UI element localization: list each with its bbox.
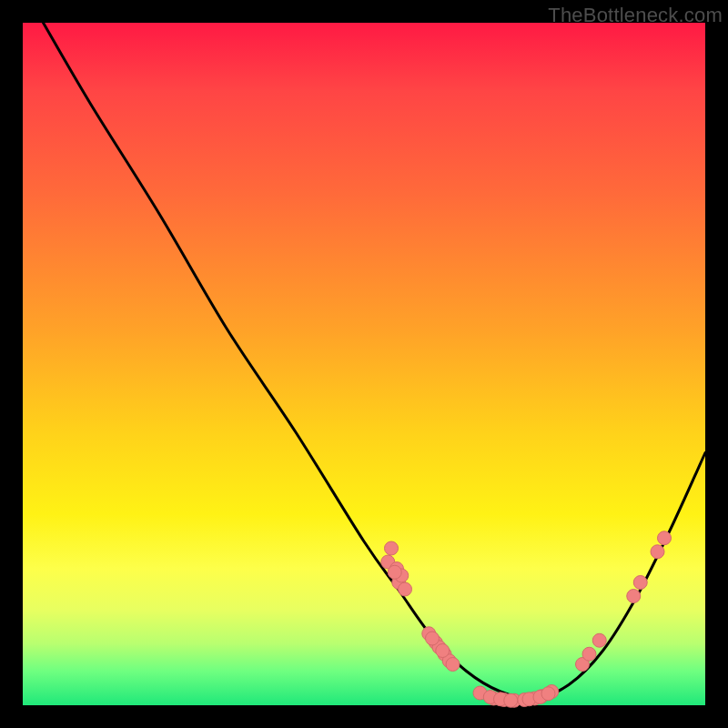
- data-point: [541, 687, 555, 701]
- data-point: [658, 531, 672, 545]
- data-point: [436, 644, 450, 658]
- data-point: [627, 590, 641, 603]
- data-point: [504, 693, 518, 707]
- data-point: [592, 633, 606, 647]
- data-point: [385, 541, 399, 555]
- bottleneck-curve: [44, 23, 706, 699]
- data-point: [426, 632, 440, 645]
- data-point: [633, 576, 647, 590]
- data-point: [582, 647, 596, 661]
- data-points: [381, 531, 672, 708]
- data-point: [446, 658, 460, 672]
- data-point: [651, 545, 664, 559]
- data-point: [388, 565, 401, 579]
- chart-svg: [23, 23, 705, 705]
- data-point: [399, 582, 412, 596]
